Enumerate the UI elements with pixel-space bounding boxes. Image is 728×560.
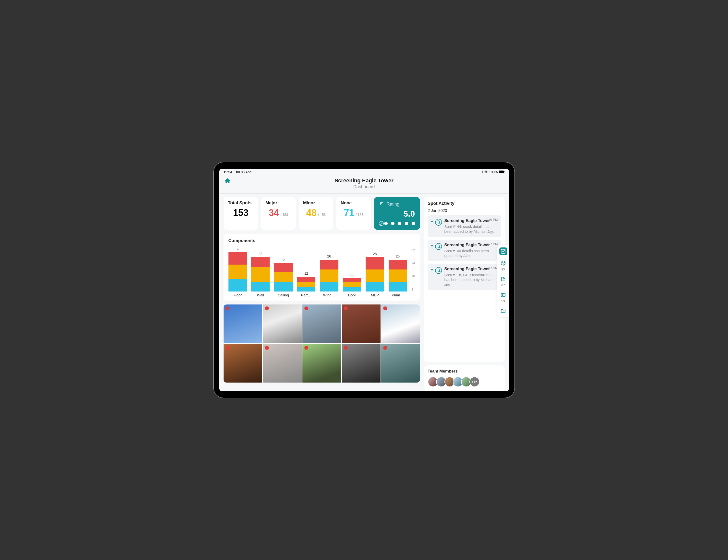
rating-card[interactable]: Rating 5.0	[374, 197, 420, 230]
header-title-block: Screening Eagle Tower Dashboard	[334, 178, 393, 190]
activity-desc: Spot #118, GPR measurement has been adde…	[444, 273, 498, 287]
rating-value: 5.0	[379, 209, 415, 219]
photo-thumb[interactable]	[263, 344, 302, 382]
stat-suffix: / 153	[318, 213, 326, 217]
photo-thumb[interactable]	[302, 304, 341, 343]
bar-stack	[320, 260, 338, 291]
bar-segment	[320, 270, 338, 282]
spot-icon	[435, 243, 442, 250]
page-subtitle: Dashboard	[334, 184, 393, 190]
dock-label: 67	[501, 283, 505, 287]
dock-map[interactable]: 53	[499, 291, 507, 303]
svg-point-5	[437, 245, 440, 248]
stat-suffix: / 153	[280, 213, 288, 217]
bar-stack	[297, 277, 315, 291]
photo-thumb[interactable]	[342, 304, 381, 343]
bar-segment	[389, 260, 407, 270]
bar-column[interactable]: 11Door	[343, 273, 361, 297]
bar-segment	[343, 282, 361, 286]
bar-column[interactable]: 28MEP	[366, 252, 384, 297]
stat-suffix: / 153	[356, 213, 363, 217]
side-column: Spot Activity 2 Jun 2020 Screening Eagle…	[424, 197, 505, 391]
thumbnails-grid	[224, 304, 420, 382]
bar-segment	[228, 252, 247, 265]
bar-label: Part…	[301, 293, 311, 297]
bar-total: 23	[281, 258, 285, 262]
bar-column[interactable]: 28Wall	[251, 252, 270, 297]
bar-segment	[366, 282, 384, 291]
stat-card-total[interactable]: Total Spots 153	[224, 197, 258, 230]
activity-list[interactable]: Screening Eagle Tower Spot #144, crack d…	[428, 216, 504, 293]
bar-label: MEP	[371, 293, 379, 297]
photo-thumb[interactable]	[381, 304, 420, 343]
rating-label: Rating	[387, 202, 399, 207]
bar-column[interactable]: 12Part…	[297, 272, 315, 297]
svg-point-3	[437, 221, 440, 223]
severity-dot-icon	[226, 306, 229, 310]
stat-card-major[interactable]: Major 34 / 153	[261, 197, 296, 230]
bar-segment	[228, 279, 247, 291]
dock-label: 53	[501, 299, 505, 303]
bar-segment	[274, 272, 292, 282]
svg-rect-1	[499, 171, 504, 173]
spot-icon	[435, 219, 442, 226]
bullet-icon	[431, 221, 433, 222]
stat-card-minor[interactable]: Minor 48 / 153	[299, 197, 334, 230]
side-dock: 33 67 53	[497, 245, 509, 317]
signal-icon: .ıll	[480, 170, 483, 174]
bullet-icon	[431, 245, 433, 247]
main-column: Total Spots 153 Major 34 / 153 Minor 48	[224, 197, 420, 391]
stat-card-none[interactable]: None 71 / 153	[336, 197, 371, 230]
severity-dot-icon	[383, 306, 387, 310]
photo-thumb[interactable]	[302, 344, 341, 382]
dock-dashboard[interactable]	[499, 248, 507, 255]
bar-column[interactable]: 32Floor	[228, 247, 247, 297]
status-bar: 19:54 Thu 08 April .ıll 100%	[219, 169, 509, 176]
activity-item[interactable]: Screening Eagle Tower Spot #109 details …	[428, 240, 501, 262]
severity-dot-icon	[265, 306, 269, 310]
bar-column[interactable]: 26Wind…	[320, 254, 338, 297]
dock-files[interactable]	[499, 307, 507, 315]
severity-dot-icon	[304, 346, 308, 350]
bar-label: Floor	[233, 293, 242, 297]
bar-total: 32	[236, 247, 239, 251]
bar-segment	[251, 282, 270, 291]
page-title: Screening Eagle Tower	[334, 178, 393, 184]
axis-tick: 8	[411, 287, 415, 291]
chart-bars: 32Floor28Wall23Ceiling12Part…26Wind…11Do…	[228, 248, 407, 297]
stat-cards-row: Total Spots 153 Major 34 / 153 Minor 48	[224, 197, 420, 230]
photo-thumb[interactable]	[224, 304, 262, 343]
svg-point-7	[437, 269, 440, 272]
axis-tick: 32	[411, 248, 415, 252]
components-panel: Components 32Floor28Wall23Ceiling12Part……	[224, 234, 420, 300]
bar-column[interactable]: 23Ceiling	[274, 258, 292, 297]
team-members-panel: Team Members +15	[424, 365, 505, 391]
bar-column[interactable]: 26Plum…	[389, 254, 407, 297]
dock-box[interactable]: 33	[499, 259, 507, 271]
bar-label: Door	[348, 293, 356, 297]
status-left: 19:54 Thu 08 April	[224, 170, 252, 174]
bar-segment	[320, 282, 338, 291]
activity-item[interactable]: Screening Eagle Tower Spot #144, crack d…	[428, 216, 501, 237]
rating-dot	[405, 222, 408, 225]
activity-item[interactable]: Screening Eagle Tower Spot #118, GPR mea…	[428, 264, 501, 290]
bar-label: Ceiling	[278, 293, 289, 297]
stat-value: 71	[344, 208, 354, 218]
chart-axis: 32 24 16 8	[409, 248, 415, 297]
body: Total Spots 153 Major 34 / 153 Minor 48	[219, 194, 509, 391]
home-button[interactable]	[224, 178, 231, 186]
stat-label: Total Spots	[228, 201, 254, 206]
map-icon	[499, 291, 507, 299]
chart-icon	[499, 248, 507, 255]
photo-thumb[interactable]	[342, 344, 381, 382]
dock-plans[interactable]: 67	[499, 275, 507, 287]
photo-thumb[interactable]	[381, 344, 420, 382]
severity-dot-icon	[344, 306, 348, 310]
photo-thumb[interactable]	[224, 344, 262, 382]
avatar-more[interactable]: +15	[469, 377, 480, 387]
wifi-icon	[484, 170, 488, 174]
photo-thumb[interactable]	[263, 304, 302, 343]
bar-segment	[228, 265, 247, 279]
stat-value: 48	[306, 208, 317, 218]
bar-segment	[320, 260, 338, 270]
